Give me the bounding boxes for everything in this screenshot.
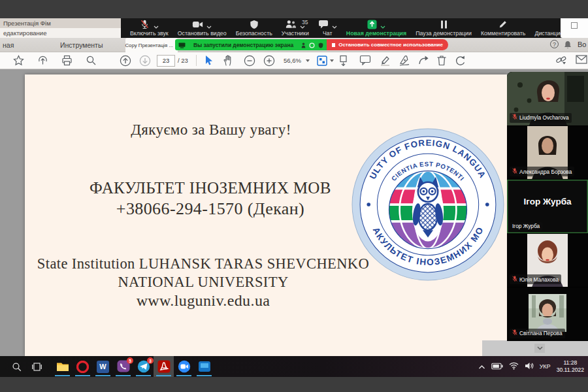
taskbar-app-telegram[interactable]: 3 bbox=[133, 356, 154, 377]
stop-video-button[interactable]: Остановить видео bbox=[178, 18, 227, 38]
system-tray: УКР 11:28 30.11.2022 bbox=[478, 359, 584, 374]
page-display-caret[interactable] bbox=[330, 59, 334, 62]
stop-share-text: Остановить совместное использование bbox=[338, 42, 443, 48]
participant-nametag: Світлана Перова bbox=[510, 329, 565, 338]
notification-badge: 5 bbox=[127, 357, 133, 364]
notification-badge: 3 bbox=[147, 357, 154, 364]
shield-mini-icon[interactable] bbox=[318, 39, 323, 51]
zoom-out-icon[interactable] bbox=[244, 55, 255, 69]
cast-screen-icon bbox=[178, 39, 186, 51]
zoom-meeting-toolbar: Включить звук Остановить видео Безопасно… bbox=[121, 18, 561, 38]
chevron-up-icon[interactable] bbox=[332, 20, 337, 31]
participant-tile[interactable]: Світлана Перова bbox=[507, 287, 588, 341]
link-icon[interactable] bbox=[555, 55, 567, 68]
taskbar-app-word[interactable]: W bbox=[93, 356, 113, 377]
new-share-label: Новая демонстрация bbox=[346, 30, 406, 37]
restore-window-icon[interactable] bbox=[571, 22, 578, 29]
scrollbar-corner bbox=[482, 340, 588, 356]
running-indicator bbox=[95, 375, 110, 376]
zoom-level-value[interactable]: 56,6% bbox=[284, 57, 301, 64]
share-upload-icon[interactable] bbox=[37, 55, 48, 69]
tab-document-label: Copy Презентація ... bbox=[125, 42, 173, 48]
participant-tile[interactable]: Ігор Журба Ігор Журба bbox=[507, 180, 588, 233]
windows-taskbar: W 5 3 УКР bbox=[0, 356, 588, 377]
taskbar-app-zoom[interactable] bbox=[174, 356, 194, 377]
record-indicator-icon[interactable] bbox=[309, 39, 315, 51]
help-icon[interactable]: ? bbox=[550, 40, 559, 48]
slide-phone: +38066-294-1570 (Декан) bbox=[43, 199, 378, 220]
running-indicator bbox=[176, 375, 191, 376]
previous-page-button[interactable] bbox=[120, 55, 131, 69]
participant-nametag: Александра Борзова bbox=[510, 167, 574, 176]
tab-tools[interactable]: Инструменты bbox=[60, 41, 103, 49]
participant-name: Александра Борзова bbox=[519, 169, 572, 175]
acrobat-menu-fragment: едактирование bbox=[0, 28, 121, 38]
security-button[interactable]: Безопасность bbox=[236, 18, 272, 38]
taskbar-search-button[interactable] bbox=[7, 356, 27, 377]
select-cursor-icon[interactable] bbox=[204, 55, 214, 69]
participants-label: Участники bbox=[282, 30, 309, 37]
comment-icon[interactable] bbox=[359, 55, 371, 68]
print-icon[interactable] bbox=[61, 55, 73, 69]
tray-chevron-up-icon[interactable] bbox=[478, 361, 485, 372]
wifi-icon[interactable] bbox=[509, 361, 519, 372]
annotate-button[interactable]: Комментировать bbox=[481, 18, 525, 38]
stop-sharing-button[interactable]: Остановить совместное использование bbox=[327, 39, 448, 50]
share-arrow-icon[interactable] bbox=[418, 55, 430, 68]
speaker-icon[interactable] bbox=[525, 361, 534, 372]
scroll-down-button[interactable] bbox=[534, 344, 545, 353]
slide-faculty-name: ФАКУЛЬТЕТ ІНОЗЕМНИХ МОВ bbox=[43, 178, 378, 199]
pause-share-button[interactable]: Пауза демонстрации bbox=[416, 18, 472, 38]
slide-thanks-text: Дякуємо за Вашу увагу! bbox=[61, 122, 361, 139]
battery-icon[interactable] bbox=[491, 361, 503, 372]
trash-icon[interactable] bbox=[436, 55, 447, 69]
pdf-toolbar: 23 / 23 56,6% bbox=[0, 52, 588, 69]
language-indicator[interactable]: УКР bbox=[540, 363, 551, 370]
participant-tile[interactable]: Александра Борзова bbox=[507, 126, 588, 180]
tab-home-fragment[interactable]: ная bbox=[3, 41, 14, 49]
participants-button[interactable]: 35 Участники bbox=[282, 18, 309, 38]
taskbar-app-acrobat[interactable] bbox=[154, 356, 174, 377]
next-page-button[interactable] bbox=[139, 55, 151, 69]
page-display-icon[interactable] bbox=[316, 55, 328, 69]
mic-muted-icon bbox=[512, 329, 517, 337]
screen-share-banner: Вы запустили демонстрацию экрана bbox=[175, 39, 327, 50]
tab-document[interactable]: Copy Презентація ... × bbox=[125, 38, 178, 52]
taskbar-clock[interactable]: 11:28 30.11.2022 bbox=[557, 359, 584, 374]
stop-video-label: Остановить видео bbox=[178, 30, 227, 37]
hand-tool-icon[interactable] bbox=[223, 55, 234, 69]
sign-pen-icon[interactable] bbox=[399, 55, 410, 69]
signin-fragment[interactable]: Во bbox=[578, 41, 586, 48]
scrolling-mode-icon[interactable] bbox=[338, 55, 349, 69]
taskbar-app-file-explorer[interactable] bbox=[52, 356, 73, 377]
presentation-slide: Дякуємо за Вашу увагу! ФАКУЛЬТЕТ ІНОЗЕМН… bbox=[25, 74, 507, 356]
unmute-label: Включить звук bbox=[130, 30, 169, 37]
taskbar-app-viber[interactable]: 5 bbox=[113, 356, 133, 377]
unmute-button[interactable]: Включить звук bbox=[130, 18, 169, 38]
zoom-in-icon[interactable] bbox=[263, 55, 275, 69]
mic-muted-icon bbox=[512, 168, 517, 176]
search-icon[interactable] bbox=[86, 55, 97, 69]
new-share-button[interactable]: Новая демонстрация bbox=[346, 18, 406, 38]
page-number-input[interactable]: 23 bbox=[157, 55, 175, 67]
participant-tile[interactable]: Юлія Малахова bbox=[507, 234, 588, 287]
faculty-logo: FACULTY OF FOREIGN LANGUAGES ФАКУЛЬТЕТ І… bbox=[351, 128, 504, 281]
share-banner-text: Вы запустили демонстрацию экрана bbox=[189, 42, 298, 48]
security-label: Безопасность bbox=[236, 30, 272, 37]
participant-tile[interactable]: Liudmyla Ovcharova bbox=[507, 72, 588, 125]
taskbar-app-opera[interactable] bbox=[73, 356, 93, 377]
rotate-icon[interactable] bbox=[455, 55, 466, 69]
star-icon[interactable] bbox=[13, 55, 24, 69]
window-controls-fragment bbox=[561, 18, 588, 38]
task-view-button[interactable] bbox=[27, 356, 47, 377]
word-icon: W bbox=[97, 361, 109, 373]
email-icon[interactable] bbox=[576, 55, 587, 67]
highlighter-icon[interactable] bbox=[380, 55, 391, 69]
taskbar-app-blue[interactable] bbox=[194, 356, 214, 377]
participant-mini-icon[interactable] bbox=[301, 39, 306, 51]
bell-icon[interactable] bbox=[564, 40, 572, 52]
chat-button[interactable]: Чат bbox=[318, 18, 337, 38]
zoom-dropdown-caret[interactable] bbox=[306, 59, 310, 62]
mic-muted-icon bbox=[512, 114, 517, 122]
stop-square-icon bbox=[332, 43, 335, 47]
